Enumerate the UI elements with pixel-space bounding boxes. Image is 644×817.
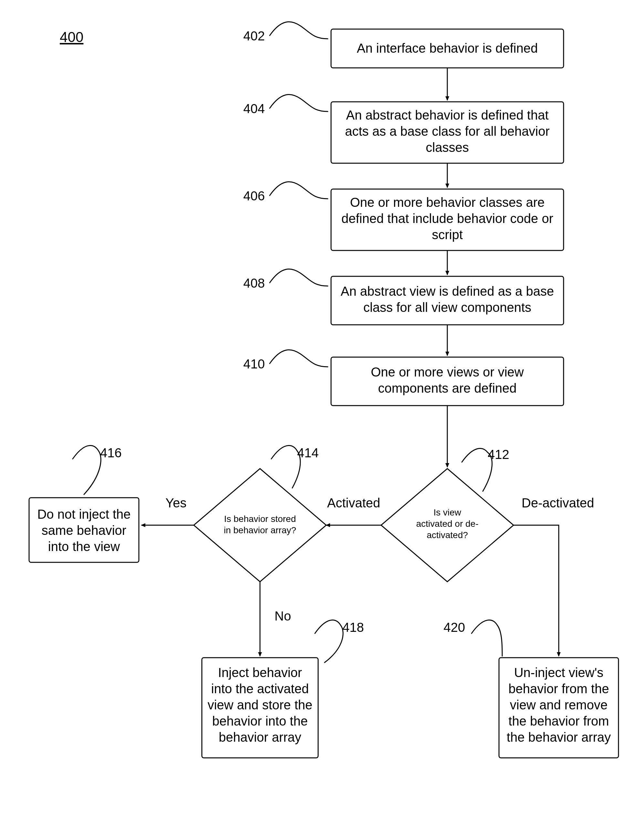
node-418-text-2: into the activated <box>211 682 309 696</box>
flowchart: 400 An interface behavior is defined 402… <box>0 0 644 817</box>
node-410: One or more views or view components are… <box>243 350 564 405</box>
node-408-text-1: An abstract view is defined as a base <box>341 284 554 298</box>
node-412-text-2: activated or de- <box>416 519 478 529</box>
label-420: 420 <box>443 620 465 634</box>
node-420: Un-inject view's behavior from the view … <box>443 620 618 758</box>
label-414: 414 <box>297 446 319 460</box>
node-412-text-1: Is view <box>434 507 461 518</box>
node-406: One or more behavior classes are defined… <box>243 182 564 250</box>
node-420-text-3: view and remove <box>510 698 607 712</box>
node-418-text-1: Inject behavior <box>218 665 302 680</box>
node-414: Is behavior stored in behavior array? 41… <box>194 446 326 582</box>
node-416-text-3: into the view <box>48 539 120 554</box>
label-404: 404 <box>243 101 265 116</box>
node-420-text-5: the behavior array <box>507 730 611 744</box>
node-402-text: An interface behavior is defined <box>357 41 538 55</box>
node-410-text-2: components are defined <box>378 381 517 395</box>
edge-label-activated: Activated <box>327 496 380 510</box>
node-412-text-3: activated? <box>427 530 468 540</box>
node-418-text-4: behavior into the <box>212 714 308 728</box>
node-414-text-2: in behavior array? <box>224 525 296 535</box>
node-404: An abstract behavior is defined that act… <box>243 95 564 163</box>
node-408: An abstract view is defined as a base cl… <box>243 269 564 325</box>
node-402: An interface behavior is defined 402 <box>243 22 564 68</box>
node-404-text-2: acts as a base class for all behavior <box>345 124 550 138</box>
node-418-text-5: behavior array <box>219 730 301 744</box>
node-420-text-2: behavior from the <box>508 682 609 696</box>
figure-ref: 400 <box>60 29 83 45</box>
label-406: 406 <box>243 189 265 203</box>
edge-label-deactivated: De-activated <box>521 496 594 510</box>
node-410-text-1: One or more views or view <box>371 365 524 379</box>
label-416: 416 <box>100 446 122 460</box>
node-418: Inject behavior into the activated view … <box>202 620 364 758</box>
label-408: 408 <box>243 276 265 290</box>
edge-label-yes: Yes <box>166 496 186 510</box>
node-416: Do not inject the same behavior into the… <box>29 446 139 562</box>
label-412: 412 <box>488 447 509 462</box>
node-418-text-3: view and store the <box>208 698 313 712</box>
node-404-text-1: An abstract behavior is defined that <box>346 108 548 122</box>
edge-label-no: No <box>274 609 291 623</box>
node-420-text-1: Un-inject view's <box>514 665 604 680</box>
node-414-text-1: Is behavior stored <box>224 514 296 524</box>
node-404-text-3: classes <box>426 140 469 155</box>
node-416-text-1: Do not inject the <box>37 507 130 521</box>
node-416-text-2: same behavior <box>41 523 126 538</box>
label-418: 418 <box>342 620 364 634</box>
node-412: Is view activated or de- activated? 412 <box>381 447 514 582</box>
node-408-text-2: class for all view components <box>363 300 531 315</box>
label-402: 402 <box>243 29 265 43</box>
node-406-text-3: script <box>432 227 463 242</box>
node-420-text-4: the behavior from <box>508 714 609 728</box>
node-406-text-2: defined that include behavior code or <box>341 211 553 226</box>
label-410: 410 <box>243 357 265 371</box>
edge-412-420 <box>514 525 559 656</box>
node-406-text-1: One or more behavior classes are <box>350 195 545 209</box>
